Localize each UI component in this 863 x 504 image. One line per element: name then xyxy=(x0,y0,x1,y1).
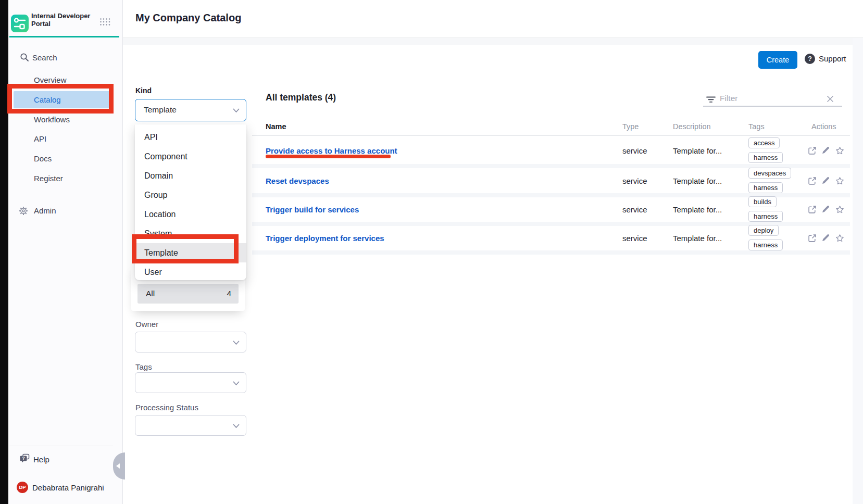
kind-select-value: Template xyxy=(144,105,177,114)
chevron-down-icon xyxy=(233,424,240,429)
type-cell: service xyxy=(622,205,647,214)
kind-option-group[interactable]: Group xyxy=(135,185,246,205)
screen-edge-strip xyxy=(0,0,8,504)
sidebar-item-catalog-highlight[interactable] xyxy=(14,91,112,108)
support-question-icon[interactable]: ? xyxy=(805,54,815,64)
edit-pencil-icon[interactable] xyxy=(821,146,830,157)
column-header-name[interactable]: Name xyxy=(266,122,286,131)
chevron-down-icon xyxy=(233,381,240,386)
tag-chip: harness xyxy=(748,152,783,163)
facet-all-row[interactable]: All 4 xyxy=(137,284,239,304)
tag-chip: access xyxy=(748,137,780,148)
description-cell: Template for... xyxy=(673,146,722,155)
edit-pencil-icon[interactable] xyxy=(821,177,830,187)
chevron-left-icon xyxy=(116,463,120,469)
table-title: All templates (4) xyxy=(266,92,336,103)
app-logo xyxy=(11,15,29,32)
kind-option-template[interactable]: Template xyxy=(135,243,246,262)
sidebar-item-overview[interactable]: Overview xyxy=(34,75,67,84)
search-icon xyxy=(20,53,29,64)
edit-pencil-icon[interactable] xyxy=(821,205,830,216)
sidebar: Internal Developer Portal Search Overvie… xyxy=(8,0,123,504)
page-title: My Company Catalog xyxy=(135,12,241,24)
kind-option-domain[interactable]: Domain xyxy=(135,166,246,185)
type-cell: service xyxy=(622,146,647,155)
kind-option-component[interactable]: Component xyxy=(135,147,246,166)
table-filter-input[interactable] xyxy=(720,92,819,105)
logo-underline xyxy=(9,36,119,37)
description-cell: Template for... xyxy=(673,177,722,185)
processing-status-label: Processing Status xyxy=(135,403,198,412)
chevron-down-icon xyxy=(233,108,240,113)
annotation-underline-first-row xyxy=(266,155,391,158)
kind-option-system[interactable]: System xyxy=(135,224,246,243)
facet-all-label: All xyxy=(146,284,155,304)
tag-chip: deploy xyxy=(748,225,779,236)
circuit-nodes-icon xyxy=(11,15,29,32)
column-header-actions: Actions xyxy=(811,122,836,131)
tag-chip: devspaces xyxy=(748,168,791,179)
external-link-icon[interactable] xyxy=(808,177,817,187)
sidebar-item-admin[interactable]: Admin xyxy=(34,206,56,215)
star-icon[interactable] xyxy=(835,205,845,217)
gear-icon xyxy=(19,206,28,218)
kind-option-user[interactable]: User xyxy=(135,262,246,282)
kind-select[interactable]: Template xyxy=(135,99,246,121)
tag-chip: harness xyxy=(748,240,783,250)
row-separator xyxy=(252,250,850,255)
chevron-down-icon xyxy=(233,341,240,345)
help-icon: ? xyxy=(19,453,30,465)
subheader-band xyxy=(123,38,863,45)
type-cell: service xyxy=(622,177,647,185)
sidebar-collapse-handle[interactable] xyxy=(113,452,125,480)
kind-option-api[interactable]: API xyxy=(135,128,246,147)
kind-label: Kind xyxy=(135,86,152,95)
type-cell: service xyxy=(622,234,647,243)
create-button[interactable]: Create xyxy=(758,51,797,69)
template-link[interactable]: Trigger build for services xyxy=(266,205,359,214)
star-icon[interactable] xyxy=(835,233,845,245)
table-header-separator xyxy=(252,135,850,136)
app-window: Internal Developer Portal Search Overvie… xyxy=(0,0,863,504)
tag-chip: harness xyxy=(748,182,783,193)
avatar[interactable]: DP xyxy=(17,482,28,493)
description-cell: Template for... xyxy=(673,234,722,243)
sidebar-item-search[interactable]: Search xyxy=(32,53,57,62)
owner-select[interactable] xyxy=(135,332,246,352)
apps-grid-icon[interactable] xyxy=(99,18,111,28)
page-gutter xyxy=(853,38,863,504)
external-link-icon[interactable] xyxy=(808,146,817,157)
tag-chip: builds xyxy=(748,196,777,207)
sidebar-item-catalog[interactable]: Catalog xyxy=(34,95,61,104)
kind-dropdown: API Component Domain Group Location Syst… xyxy=(135,124,246,280)
owner-label: Owner xyxy=(135,320,158,329)
tags-select[interactable] xyxy=(135,372,246,393)
support-button[interactable]: Support xyxy=(819,54,846,63)
star-icon[interactable] xyxy=(835,146,845,158)
template-link[interactable]: Provide access to Harness account xyxy=(266,146,397,155)
sidebar-item-api[interactable]: API xyxy=(34,134,46,143)
sidebar-item-workflows[interactable]: Workflows xyxy=(34,115,70,124)
star-icon[interactable] xyxy=(835,176,845,188)
external-link-icon[interactable] xyxy=(808,205,817,216)
facet-all-count: 4 xyxy=(227,284,231,304)
filter-icon xyxy=(706,96,716,105)
tag-chip: harness xyxy=(748,211,783,222)
column-header-type[interactable]: Type xyxy=(622,122,639,131)
template-link[interactable]: Trigger deployment for services xyxy=(266,234,384,243)
sidebar-divider xyxy=(9,446,113,446)
sidebar-item-docs[interactable]: Docs xyxy=(34,154,52,163)
clear-filter-icon[interactable] xyxy=(827,95,834,105)
sidebar-item-register[interactable]: Register xyxy=(34,174,63,183)
template-link[interactable]: Reset devspaces xyxy=(266,177,329,185)
sidebar-item-help[interactable]: Help xyxy=(33,455,49,464)
column-header-tags[interactable]: Tags xyxy=(748,122,765,131)
edit-pencil-icon[interactable] xyxy=(821,234,830,244)
description-cell: Template for... xyxy=(673,205,722,214)
column-header-description[interactable]: Description xyxy=(673,122,711,131)
external-link-icon[interactable] xyxy=(808,234,817,245)
kind-option-location[interactable]: Location xyxy=(135,205,246,224)
processing-status-select[interactable] xyxy=(135,415,246,436)
user-name[interactable]: Debabrata Panigrahi xyxy=(32,483,104,492)
app-title: Internal Developer Portal xyxy=(31,12,92,28)
